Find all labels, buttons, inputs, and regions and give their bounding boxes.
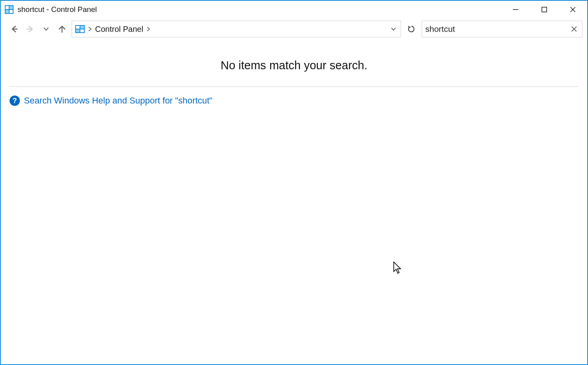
search-box[interactable] [422,21,582,37]
address-bar[interactable]: Control Panel [72,21,401,37]
svg-rect-14 [80,26,84,29]
svg-rect-4 [10,10,13,13]
window-title: shortcut - Control Panel [18,5,97,14]
search-help-link[interactable]: Search Windows Help and Support for "sho… [24,96,212,106]
close-button[interactable] [559,1,587,18]
svg-rect-3 [6,10,9,13]
window-controls [501,1,587,18]
recent-locations-button[interactable] [40,23,53,35]
no-results-message: No items match your search. [10,40,578,86]
forward-button[interactable] [24,23,37,35]
maximize-button[interactable] [530,1,559,18]
control-panel-icon [5,5,14,14]
svg-rect-1 [6,6,9,9]
content-area: No items match your search. ? Search Win… [1,40,587,364]
breadcrumb-control-panel[interactable]: Control Panel [93,25,146,34]
control-panel-icon [75,25,85,33]
svg-rect-13 [76,26,80,29]
navigation-toolbar: Control Panel [1,18,587,40]
refresh-button[interactable] [404,21,419,37]
help-row: ? Search Windows Help and Support for "s… [10,94,578,107]
divider [10,86,578,87]
svg-rect-2 [10,6,13,9]
search-input[interactable] [425,24,569,34]
minimize-button[interactable] [501,1,530,18]
address-dropdown-button[interactable] [389,26,398,32]
up-button[interactable] [56,23,68,35]
svg-rect-6 [542,7,547,12]
chevron-right-icon[interactable] [87,26,93,32]
clear-search-button[interactable] [569,26,579,32]
svg-rect-15 [76,29,80,32]
svg-rect-16 [80,29,84,32]
titlebar: shortcut - Control Panel [1,1,587,18]
help-icon: ? [10,96,20,106]
chevron-right-icon[interactable] [146,26,151,32]
window-frame: shortcut - Control Panel [0,0,588,365]
back-button[interactable] [8,23,21,35]
